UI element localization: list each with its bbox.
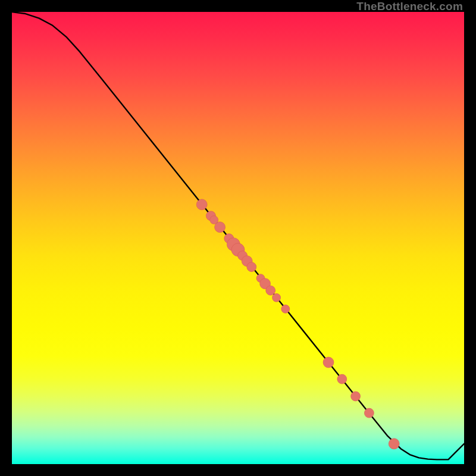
data-marker — [196, 199, 207, 210]
data-marker — [323, 357, 334, 368]
chart-stage: TheBottleneck.com — [0, 0, 476, 476]
data-marker — [281, 305, 290, 313]
chart-svg — [12, 12, 464, 464]
data-marker — [266, 286, 275, 295]
bottleneck-curve — [12, 12, 464, 459]
data-marker — [273, 293, 281, 302]
data-marker — [389, 439, 399, 449]
data-marker — [215, 222, 226, 233]
watermark-text: TheBottleneck.com — [356, 0, 463, 13]
data-marker — [351, 392, 361, 401]
data-marker — [247, 262, 256, 272]
data-marker — [337, 374, 347, 384]
data-marker — [364, 408, 374, 418]
plot-area — [12, 12, 464, 464]
